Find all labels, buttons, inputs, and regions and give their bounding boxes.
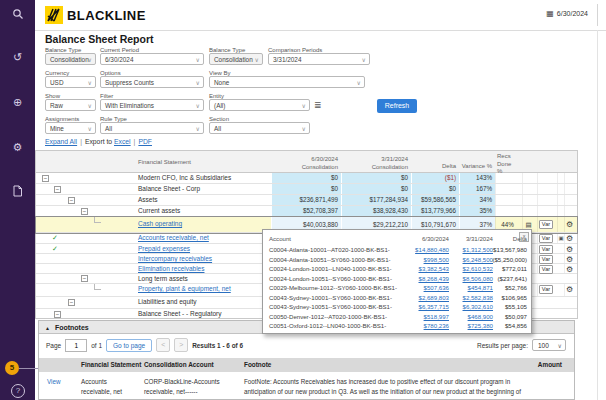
document-icon[interactable]: [0, 185, 35, 200]
variance-analysis-button[interactable]: Var: [539, 255, 553, 264]
row-settings-gear-icon[interactable]: ⚙: [566, 285, 573, 294]
popup-value-link[interactable]: $998,500: [403, 256, 449, 263]
refresh-button[interactable]: Refresh: [377, 99, 417, 113]
notification-badge[interactable]: 5: [5, 361, 19, 375]
collapse-toggle[interactable]: −: [68, 197, 75, 204]
settings-gear-icon[interactable]: ⚙: [0, 140, 35, 154]
entity-list-picker-icon[interactable]: ≣: [314, 100, 322, 110]
account-link[interactable]: Elimination receivables: [138, 265, 204, 272]
collapse-toggle[interactable]: −: [54, 311, 61, 318]
collapse-toggle[interactable]: −: [81, 208, 88, 215]
show-select[interactable]: Raw∨: [45, 99, 96, 111]
page-of-label: of 1: [91, 342, 102, 349]
popup-value-link[interactable]: $2,582,838: [451, 294, 493, 301]
popup-value-link[interactable]: $507,636: [403, 284, 449, 291]
prev-page-button[interactable]: <: [156, 338, 170, 352]
export-pdf-link[interactable]: PDF: [138, 138, 152, 145]
collapse-toggle[interactable]: −: [81, 275, 88, 282]
period-date-display[interactable]: ▦ 6/30/2024: [546, 9, 588, 18]
collapse-toggle[interactable]: −: [68, 299, 75, 306]
variance-analysis-button[interactable]: Var: [539, 245, 553, 254]
account-link[interactable]: Accounts receivable, net: [138, 234, 209, 241]
col-delta: Delta: [411, 163, 456, 171]
popup-value-link[interactable]: $725,380: [451, 322, 493, 329]
popup-value-link[interactable]: $6,357,715: [403, 303, 449, 310]
popup-value-link[interactable]: $2,610,532: [451, 265, 493, 272]
chevron-down-icon: ∨: [357, 77, 361, 89]
copy-icon[interactable]: ▣: [558, 235, 563, 241]
fn-col-financial-statement: Financial Statement: [81, 361, 141, 368]
popup-value-link[interactable]: $14,880,480: [403, 246, 449, 253]
comparison-periods-select[interactable]: 3/31/2024∨: [268, 53, 370, 65]
popup-value-link[interactable]: $1,312,500: [451, 246, 493, 253]
popup-account: C0004-Atlanta-10001--AT020-1000-BK-BS1-: [269, 246, 390, 253]
variance-analysis-button[interactable]: Var: [539, 285, 553, 294]
variance-analysis-button[interactable]: Var: [539, 265, 553, 274]
row-settings-gear-icon[interactable]: ⚙: [566, 220, 573, 229]
footnote-note-icon[interactable]: ▤: [525, 221, 531, 228]
delta-value: $0: [411, 184, 459, 194]
popup-account: C0004-Atlanta-10051--SY060-1000-BK-BS1-: [269, 256, 391, 263]
globe-icon[interactable]: ⊕: [0, 95, 35, 109]
account-link[interactable]: Cash operating: [138, 220, 182, 227]
popup-delta: $55,105: [489, 303, 527, 310]
row-settings-gear-icon[interactable]: ⚙: [566, 265, 573, 274]
popup-delta: $106,965: [489, 294, 527, 301]
account-link[interactable]: Property, plant & equipment, net: [138, 285, 231, 292]
popup-value-link[interactable]: $2,689,803: [403, 294, 449, 301]
reconciled-check-icon: ✓: [52, 234, 58, 242]
balance-type-select[interactable]: Consolidation∨: [45, 53, 96, 65]
balance-type-2-select[interactable]: Consolidation∨: [209, 53, 263, 65]
filter-select[interactable]: With Eliminations∨: [100, 99, 204, 111]
popup-value-link[interactable]: $518,997: [403, 313, 449, 320]
variance-analysis-button[interactable]: Var: [539, 220, 553, 229]
current-period-select[interactable]: 6/30/2024∨: [100, 53, 204, 65]
export-excel-link[interactable]: Excel: [114, 138, 131, 145]
popup-value-link[interactable]: $454,871: [451, 284, 493, 291]
row-settings-gear-icon[interactable]: ⚙: [566, 245, 573, 254]
blackline-brand-text: BLACKLINE: [67, 8, 146, 23]
search-icon[interactable]: [0, 8, 35, 23]
popup-account: C0043-Sydney-10001--SY060-1000-BK-BS1-: [269, 294, 392, 301]
popup-value-link[interactable]: $8,506,080: [451, 275, 493, 282]
popup-value-link[interactable]: $6,248,500: [451, 256, 493, 263]
popup-delta: ($5,250,000): [489, 256, 527, 263]
variance-analysis-button[interactable]: Var: [539, 234, 553, 243]
help-icon[interactable]: ?: [11, 384, 25, 398]
row-settings-gear-icon[interactable]: ⚙: [566, 234, 573, 243]
export-to-label: Export to: [85, 138, 112, 145]
popup-row: C0024-London-10001--LN040-1000-BK-BS1- $…: [263, 265, 531, 274]
row-settings-gear-icon[interactable]: ⚙: [566, 255, 573, 264]
popup-value-link[interactable]: $8,268,439: [403, 275, 449, 282]
chevron-down-icon: ∨: [196, 54, 200, 66]
chevron-down-icon: ∨: [88, 100, 92, 112]
row-name: Assets: [138, 196, 158, 203]
rule-type-select[interactable]: All∨: [100, 122, 204, 134]
account-link[interactable]: Prepaid expenses: [138, 245, 190, 252]
go-to-page-button[interactable]: Go to page: [106, 339, 152, 352]
section-select[interactable]: All∨: [209, 122, 310, 134]
history-icon[interactable]: ↺: [0, 50, 35, 64]
popup-account: C0029-Melbourne-1012--SY060-1000-BK-BS1-: [269, 284, 397, 291]
next-page-button[interactable]: >: [174, 338, 188, 352]
options-select[interactable]: Suppress Counts∨: [100, 76, 204, 88]
assignments-select[interactable]: Mine∨: [45, 122, 96, 134]
view-footnote-link[interactable]: View: [47, 377, 61, 387]
delta-value: $59,586,565: [411, 195, 459, 205]
popup-value-link[interactable]: $3,382,543: [403, 265, 449, 272]
chevron-down-icon: ∨: [302, 100, 306, 112]
currency-select[interactable]: USD∨: [45, 76, 96, 88]
collapse-toggle[interactable]: −: [54, 186, 61, 193]
view-by-select[interactable]: None∨: [209, 76, 365, 88]
popup-value-link[interactable]: $780,236: [403, 322, 449, 329]
per-page-select[interactable]: 100∨: [532, 339, 566, 351]
popup-account: C0024-London-10001--LN040-1000-BK-BS1-: [269, 265, 392, 272]
expand-all-link[interactable]: Expand All: [45, 138, 77, 145]
popup-value-link[interactable]: $468,900: [451, 313, 493, 320]
collapse-toggle[interactable]: −: [42, 175, 49, 182]
page-number-input[interactable]: [65, 339, 87, 352]
row-name: Balance Sheet - Corp: [138, 185, 200, 192]
entity-select[interactable]: (All)∨: [209, 99, 310, 111]
popup-value-link[interactable]: $6,302,610: [451, 303, 493, 310]
account-link[interactable]: Intercompany receivables: [138, 255, 212, 262]
